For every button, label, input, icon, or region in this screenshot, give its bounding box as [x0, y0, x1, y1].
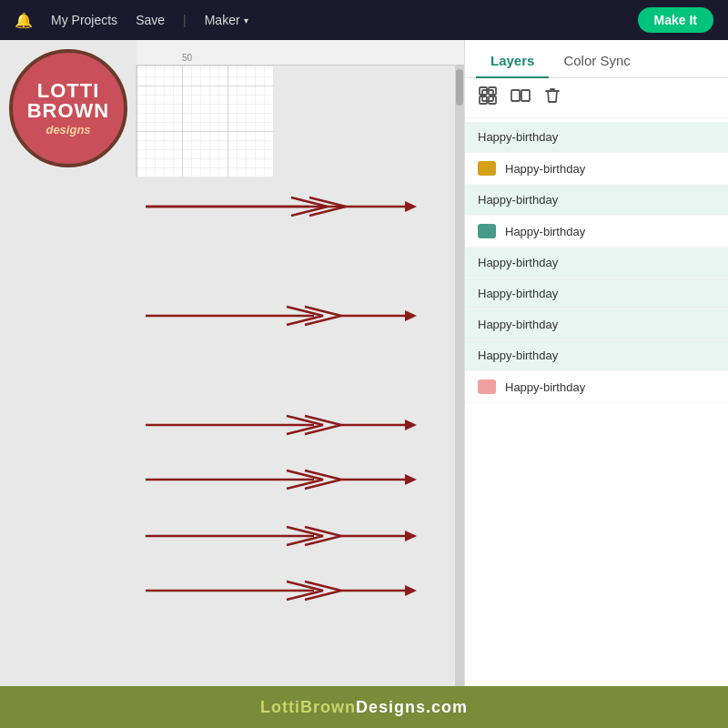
svg-rect-3	[136, 66, 273, 177]
ruler-label-50: 50	[182, 53, 192, 63]
layer-color-swatch	[478, 224, 496, 238]
layer-name: Happy-birthday	[478, 349, 715, 362]
layer-name: Happy-birthday	[478, 256, 715, 269]
footer: LottiBrownDesigns.com	[0, 686, 728, 728]
layer-name: Happy-birthday	[478, 130, 715, 144]
scrollbar-thumb[interactable]	[456, 69, 463, 106]
layer-name: Happy-birthday	[478, 193, 715, 207]
top-nav: 🔔 My Projects Save | Maker ▾ Make It	[0, 0, 728, 40]
logo-circle: LOTTI BROWN designs	[9, 49, 127, 167]
layer-name: Happy-birthday	[478, 318, 715, 331]
make-it-button[interactable]: Make It	[638, 7, 713, 33]
svg-rect-25	[480, 96, 487, 104]
layer-item[interactable]: Happy-birthday	[465, 185, 728, 216]
main-area: 50 LOTTI BROWN designs	[0, 40, 728, 686]
layer-name: Happy-birthday	[505, 162, 715, 176]
maker-dropdown[interactable]: Maker ▾	[205, 13, 248, 27]
layer-item[interactable]: Happy-birthday	[465, 278, 728, 309]
panel-toolbar	[465, 78, 728, 118]
delete-icon[interactable]	[543, 86, 561, 110]
layer-color-swatch	[478, 379, 496, 394]
layer-item[interactable]: Happy-birthday	[465, 122, 728, 153]
svg-marker-5	[405, 201, 417, 212]
svg-marker-22	[405, 585, 417, 596]
tab-layers[interactable]: Layers	[476, 40, 549, 77]
footer-text: LottiBrownDesigns.com	[260, 698, 468, 717]
right-panel: Layers Color Sync	[464, 40, 728, 686]
svg-marker-10	[405, 310, 417, 321]
bell-icon[interactable]: 🔔	[15, 12, 33, 29]
svg-marker-19	[405, 531, 417, 541]
my-projects-link[interactable]: My Projects	[51, 13, 117, 27]
svg-marker-13	[405, 420, 417, 430]
layer-item[interactable]: Happy-birthday	[465, 153, 728, 185]
layer-item[interactable]: Happy-birthday	[465, 309, 728, 340]
svg-rect-28	[511, 90, 520, 101]
layer-name: Happy-birthday	[505, 380, 715, 394]
svg-rect-26	[489, 96, 496, 104]
panel-tabs: Layers Color Sync	[465, 40, 728, 78]
svg-marker-16	[405, 474, 417, 485]
layer-name: Happy-birthday	[478, 287, 715, 300]
layer-item[interactable]: Happy-birthday	[465, 216, 728, 248]
svg-rect-29	[521, 90, 530, 101]
layer-item[interactable]: Happy-birthday	[465, 248, 728, 278]
vertical-scrollbar[interactable]	[455, 66, 464, 686]
layer-name: Happy-birthday	[505, 225, 715, 238]
svg-rect-27	[482, 90, 493, 101]
ungroup-icon[interactable]	[511, 86, 531, 110]
nav-separator: |	[183, 13, 187, 27]
layers-list[interactable]: Happy-birthday Happy-birthday Happy-birt…	[465, 118, 728, 686]
layer-item[interactable]: Happy-birthday	[465, 371, 728, 403]
svg-rect-24	[489, 87, 496, 95]
chevron-down-icon: ▾	[244, 15, 248, 25]
ruler-top: 50	[136, 40, 464, 66]
layer-item[interactable]: Happy-birthday	[465, 340, 728, 371]
canvas-area[interactable]: 50 LOTTI BROWN designs	[0, 40, 464, 686]
logo-line3: designs	[46, 123, 90, 136]
footer-highlight: LottiBrown	[260, 698, 356, 716]
layer-color-swatch	[478, 161, 496, 176]
tab-color-sync[interactable]: Color Sync	[549, 40, 644, 77]
save-link[interactable]: Save	[136, 13, 165, 27]
logo-line2: BROWN	[27, 101, 110, 121]
group-icon[interactable]	[478, 86, 498, 110]
svg-rect-23	[480, 87, 487, 95]
maker-label: Maker	[205, 13, 240, 27]
logo-line1: LOTTI	[37, 81, 100, 101]
